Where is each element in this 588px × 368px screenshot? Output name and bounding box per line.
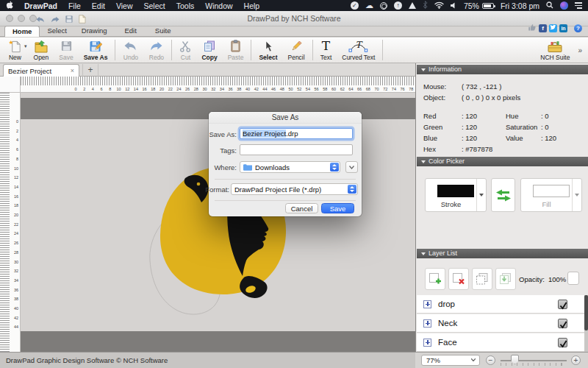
save-button-dialog[interactable]: Save (321, 203, 354, 213)
spotlight-icon[interactable] (546, 1, 553, 10)
status-bar: DrawPad Graphic Design Software © NCH So… (0, 352, 415, 368)
help-icon[interactable]: ? (574, 24, 582, 32)
expand-layer-icon[interactable] (423, 319, 431, 328)
tab-drawing[interactable]: Drawing (74, 26, 115, 36)
app-status-icon[interactable] (380, 2, 387, 10)
new-dropdown-caret[interactable]: ▾ (24, 43, 27, 49)
opacity-input[interactable] (567, 272, 579, 285)
zoom-slider-track[interactable] (501, 360, 567, 361)
upload-status-icon[interactable]: ↑ (394, 1, 402, 10)
menu-view[interactable]: View (116, 1, 133, 10)
menu-edit[interactable]: Edit (92, 1, 105, 10)
facebook-icon[interactable]: f (539, 24, 547, 32)
toolbar-overflow-button[interactable]: » (575, 46, 585, 54)
layer-row-face[interactable]: Face (417, 333, 588, 352)
nch-suite-button[interactable]: NCH Suite (535, 38, 575, 63)
add-layer-button[interactable] (425, 268, 445, 290)
layer-visibility-checkbox[interactable] (558, 300, 567, 309)
menu-app[interactable]: DrawPad (24, 1, 57, 10)
bluetooth-icon[interactable] (423, 1, 428, 10)
h-ruler-tick-label: 32 (211, 87, 215, 91)
color-picker-section-header[interactable]: Color Picker (417, 157, 588, 166)
expand-dialog-button[interactable] (345, 161, 358, 173)
battery-icon (482, 3, 494, 9)
home-toolbar: New ▾ Open Save Save As Undo Redo Cut (0, 38, 588, 63)
layer-list-scrollbar[interactable] (584, 295, 588, 352)
h-ruler-tick-label: 52 (297, 87, 301, 91)
add-layer-icon (428, 272, 442, 286)
tab-select[interactable]: Select (40, 26, 74, 36)
opacity-label: Opacity: (519, 275, 545, 283)
close-tab-icon[interactable]: × (71, 67, 74, 74)
zoom-level-select[interactable]: 77% (421, 355, 480, 366)
delete-layer-button[interactable] (448, 268, 469, 290)
format-field-label: Format: (200, 185, 229, 194)
where-dropdown[interactable]: Downloads (240, 161, 340, 173)
stroke-color-button[interactable]: Stroke (425, 178, 487, 212)
format-stepper (348, 185, 356, 194)
copy-button[interactable]: Copy (196, 38, 222, 63)
volume-icon[interactable] (451, 1, 457, 10)
layer-visibility-checkbox[interactable] (558, 338, 567, 347)
new-tab-button[interactable]: + (82, 64, 98, 77)
menu-file[interactable]: File (68, 1, 81, 10)
wifi-icon[interactable] (434, 1, 444, 10)
expand-layer-icon[interactable] (423, 300, 431, 308)
h-ruler-tick-label: 68 (366, 87, 370, 91)
menu-clock[interactable]: Fri 3:08 pm (501, 1, 539, 10)
cut-button[interactable]: Cut (174, 38, 196, 63)
layer-visibility-checkbox[interactable] (558, 319, 567, 328)
linkedin-icon[interactable]: in (559, 24, 567, 32)
h-ruler-tick-label: 38 (237, 87, 241, 91)
duplicate-layer-button[interactable] (472, 268, 492, 290)
undo-button[interactable]: Undo (118, 38, 143, 63)
menu-help[interactable]: Help (244, 1, 260, 10)
document-tab-bezier-project[interactable]: Bezier Project × (3, 64, 79, 77)
open-button[interactable]: Open (29, 38, 54, 63)
apple-menu-icon[interactable] (6, 1, 13, 11)
information-section-header[interactable]: Information (417, 65, 588, 74)
format-dropdown[interactable]: DrawPad Project File (*.drp) (231, 183, 358, 195)
menu-window[interactable]: Window (205, 1, 232, 10)
tab-edit[interactable]: Edit (115, 26, 147, 36)
menu-select[interactable]: Select (144, 1, 165, 10)
tags-input[interactable] (240, 144, 353, 155)
menu-extra-icon[interactable] (409, 2, 416, 9)
save-as-button[interactable]: Save As (79, 38, 113, 63)
save-button[interactable]: Save (54, 38, 78, 63)
v-ruler-tick-label: 36 (14, 288, 18, 292)
sync-status-icon[interactable]: ✓ (351, 1, 359, 10)
menu-tools[interactable]: Tools (176, 1, 195, 10)
zoom-in-button[interactable]: + (571, 355, 581, 365)
fill-dropdown[interactable] (572, 179, 581, 211)
expand-layer-icon[interactable] (423, 339, 431, 347)
swap-stroke-fill-button[interactable] (491, 178, 515, 212)
layer-row-neck[interactable]: Neck (417, 314, 588, 333)
tab-home[interactable]: Home (4, 26, 40, 37)
select-button[interactable]: Select (254, 38, 282, 63)
fill-color-button[interactable]: Fill (520, 178, 582, 212)
curved-text-button[interactable]: T Curved Text (337, 38, 380, 63)
text-button[interactable]: T Text (315, 38, 337, 63)
filename-input[interactable]: Bezier Project.drp (240, 128, 353, 139)
layer-list-scrollbar-thumb[interactable] (584, 295, 588, 330)
pencil-button[interactable]: Pencil (283, 38, 310, 63)
tab-suite[interactable]: Suite (147, 26, 179, 36)
notification-center-icon[interactable] (575, 2, 582, 9)
twitter-icon[interactable] (549, 24, 557, 32)
cloud-icon[interactable]: ☁ (365, 1, 373, 10)
battery-indicator[interactable]: 75% (464, 1, 494, 10)
zoom-out-button[interactable]: − (486, 355, 495, 365)
like-icon[interactable] (528, 21, 537, 35)
h-ruler-tick-label: 66 (357, 87, 362, 91)
paste-button[interactable]: Paste (223, 38, 249, 63)
h-ruler-tick-label: 78 (409, 87, 413, 91)
new-button[interactable]: New (3, 38, 27, 63)
redo-button[interactable]: Redo (143, 38, 169, 63)
layer-list-section-header[interactable]: Layer List (417, 249, 588, 258)
cancel-button[interactable]: Cancel (285, 203, 318, 213)
layer-row-drop[interactable]: drop (417, 295, 588, 314)
merge-layer-button[interactable] (495, 268, 516, 290)
stroke-dropdown[interactable] (476, 179, 486, 211)
siri-icon[interactable] (560, 1, 568, 10)
